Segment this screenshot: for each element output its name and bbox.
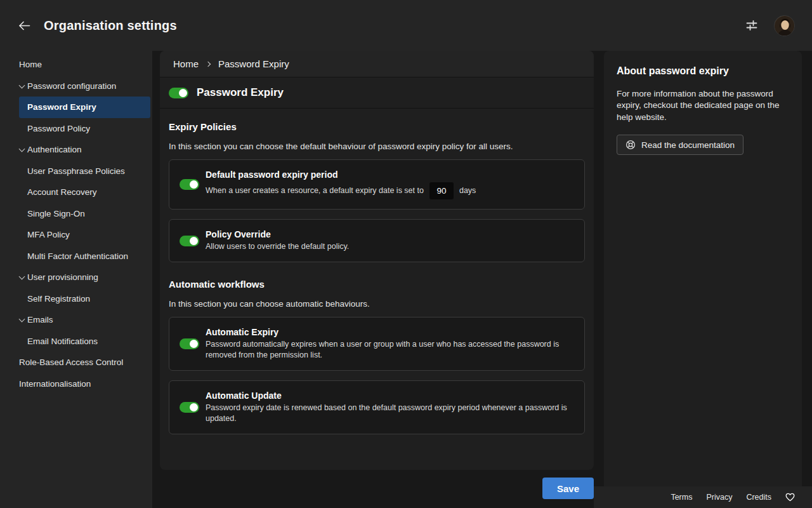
setting-card-policy-override: Policy Override Allow users to override … [169,219,585,262]
card-title: Automatic Expiry [206,327,572,337]
main-content-panel: Home Password Expiry Password Expiry Exp… [160,51,594,470]
chevron-right-icon [206,62,211,67]
chevron-down-icon [19,274,25,280]
chevron-down-icon [19,316,25,323]
topbar-actions [745,15,795,36]
sidebar-item-email-notifications[interactable]: Email Notifications [19,331,150,352]
footer-link-credits[interactable]: Credits [746,493,771,502]
sidebar-item-account-recovery[interactable]: Account Recovery [19,182,150,203]
default-expiry-period-toggle[interactable] [180,179,199,190]
arrow-left-icon [18,21,30,30]
sidebar-item-user-passphrase-policies[interactable]: User Passphrase Policies [19,161,150,182]
password-expiry-feature-toggle[interactable] [169,88,188,98]
card-title: Default password expiry period [206,170,572,180]
expiry-policies-section: Expiry Policies In this section you can … [160,121,594,262]
footer: Terms Privacy Credits [594,486,812,508]
sidebar-item-authentication[interactable]: Authentication [19,139,150,161]
automatic-update-toggle[interactable] [180,402,199,413]
footer-link-privacy[interactable]: Privacy [706,493,732,502]
sidebar-item-password-expiry[interactable]: Password Expiry [19,97,150,118]
chevron-down-icon [19,146,25,152]
section-description: In this section you can choose automatic… [169,299,585,309]
automatic-expiry-toggle[interactable] [180,338,199,349]
sidebar-item-role-based-access-control[interactable]: Role-Based Access Control [19,352,150,373]
breadcrumb: Home Password Expiry [160,51,594,77]
sidebar-item-user-provisionning[interactable]: User provisionning [19,267,150,288]
save-button[interactable]: Save [542,478,594,499]
sidebar-item-mfa-policy[interactable]: MFA Policy [19,224,150,246]
heart-icon[interactable] [785,493,795,502]
settings-sidebar: Home Password configuration Password Exp… [0,51,152,508]
policy-override-toggle[interactable] [180,236,199,246]
setting-card-default-expiry-period: Default password expiry period When a us… [169,159,585,210]
card-description: When a user creates a resource, a defaul… [206,182,572,199]
sidebar-item-self-registration[interactable]: Self Registration [19,288,150,310]
breadcrumb-home-link[interactable]: Home [173,58,199,69]
sidebar-item-password-configuration[interactable]: Password configuration [19,76,150,97]
help-panel-text: For more information about the password … [617,88,789,123]
automatic-workflows-section: Automatic workflows In this section you … [160,279,594,434]
card-description: Password automatically expires when a us… [206,339,572,361]
card-title: Policy Override [206,229,572,239]
settings-sliders-icon[interactable] [745,18,759,32]
help-panel: About password expiry For more informati… [604,51,802,486]
page-title: Password Expiry [197,86,284,99]
sidebar-item-internationalisation[interactable]: Internationalisation [19,373,150,395]
expiry-days-input[interactable] [429,182,454,199]
life-buoy-icon [625,140,636,150]
breadcrumb-current: Password Expiry [218,58,289,69]
setting-card-automatic-expiry: Automatic Expiry Password automatically … [169,317,585,371]
card-title: Automatic Update [206,391,572,401]
sidebar-item-single-sign-on[interactable]: Single Sign-On [19,203,150,225]
section-title: Automatic workflows [169,279,585,290]
read-documentation-button[interactable]: Read the documentation [617,135,743,155]
sidebar-item-home[interactable]: Home [19,54,150,76]
sidebar-item-multi-factor-authentication[interactable]: Multi Factor Authentication [19,246,150,267]
card-description: Allow users to override the default poli… [206,241,572,252]
section-title: Expiry Policies [169,121,585,132]
back-button[interactable] [17,20,31,31]
footer-link-terms[interactable]: Terms [671,493,692,502]
card-description: Password expiry date is renewed based on… [206,403,572,424]
user-avatar[interactable] [774,15,795,36]
page-title-row: Password Expiry [160,77,594,109]
app-title: Organisation settings [44,18,177,33]
chevron-down-icon [19,82,25,88]
setting-card-automatic-update: Automatic Update Password expiry date is… [169,380,585,434]
sidebar-item-password-policy[interactable]: Password Policy [19,118,150,140]
sidebar-item-emails[interactable]: Emails [19,309,150,331]
help-panel-title: About password expiry [617,65,789,77]
top-bar: Organisation settings [0,0,812,51]
section-description: In this section you can choose the defau… [169,142,585,151]
